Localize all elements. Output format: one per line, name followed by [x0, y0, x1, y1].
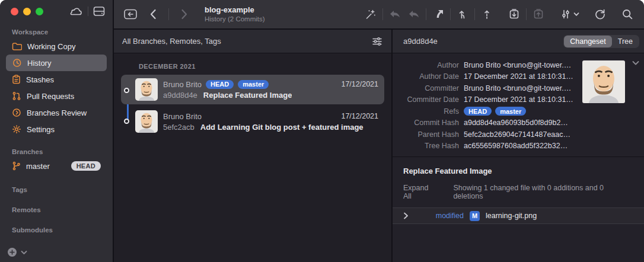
commit-hash-value: a9dd8d4ea96093b5d0f8d9b2… — [464, 119, 568, 127]
commit-author: Bruno Brito — [163, 80, 202, 89]
sidebar-item-label: History — [27, 59, 51, 68]
master-ref-badge: master — [495, 107, 526, 116]
commit-message-title: Replace Featured Image — [393, 157, 644, 180]
sidebar-item-label: Settings — [27, 125, 55, 134]
chevron-down-icon[interactable] — [21, 250, 27, 255]
commit-message: Replace Featured Image — [203, 91, 292, 100]
tags-section-label[interactable]: Tags — [6, 174, 107, 196]
tree-tab[interactable]: Tree — [612, 36, 639, 47]
minimize-window-button[interactable] — [23, 8, 31, 15]
folder-icon — [12, 42, 22, 51]
commit-group-label: DECEMBER 2021 — [139, 63, 391, 70]
toolbar-divider — [168, 8, 169, 20]
parent-hash-value: 5efc2acb26904c7141487eaac… — [464, 130, 570, 139]
cloud-services-icon[interactable] — [69, 6, 84, 17]
services-dropdown-icon[interactable] — [557, 7, 581, 22]
commit-date: 17/12/2021 — [341, 112, 378, 120]
commit-row-5efc2acb[interactable]: Bruno Brito 17/12/2021 5efc2acb Add Lear… — [121, 107, 384, 136]
remotes-section-label[interactable]: Remotes — [6, 196, 107, 216]
commit-metadata: Author Bruno Brito <bruno@git-tower.… Au… — [393, 53, 644, 156]
head-badge: HEAD — [71, 161, 101, 171]
repository-icon[interactable] — [122, 7, 139, 22]
repo-title: blog-example — [205, 5, 265, 15]
expand-all-button[interactable]: Expand All — [403, 184, 438, 200]
main-area: blog-example History (2 Commits) — [114, 0, 644, 262]
forward-button[interactable] — [176, 7, 193, 22]
git-branch-icon — [12, 161, 21, 171]
collapse-details-chevron-icon[interactable] — [632, 60, 639, 66]
field-label: Author — [393, 61, 459, 69]
zoom-window-button[interactable] — [36, 8, 43, 15]
branch-filter-bar[interactable]: All Branches, Remotes, Tags — [114, 30, 391, 53]
file-name: learning-git.png — [486, 212, 537, 220]
avatar — [582, 60, 625, 103]
titlebar — [0, 0, 113, 23]
sidebar-item-branch-master[interactable]: master HEAD — [6, 158, 107, 174]
stash-save-icon[interactable] — [506, 7, 522, 22]
head-ref-badge: HEAD — [206, 80, 234, 89]
head-ref-badge: HEAD — [464, 107, 492, 116]
add-button[interactable] — [7, 247, 17, 257]
tree-hash-value: ac65565987608add5f322b32… — [464, 142, 568, 150]
pull-request-icon — [12, 91, 21, 101]
refresh-icon[interactable] — [592, 7, 608, 22]
field-label: Author Date — [393, 72, 459, 81]
field-label: Tree Hash — [393, 142, 459, 150]
commit-message: Add Learning Git blog post + featured im… — [200, 123, 364, 132]
sidebar-item-label: Working Copy — [27, 42, 75, 51]
changeset-tab[interactable]: Changeset — [564, 36, 611, 47]
push-icon[interactable] — [479, 7, 495, 22]
sidebar: Workspace Working Copy History — [0, 0, 114, 262]
master-ref-badge: master — [238, 80, 269, 89]
undo-icon[interactable] — [387, 7, 403, 22]
workspace-section-label: Workspace — [6, 23, 107, 38]
branches-review-icon — [12, 108, 21, 117]
toolbar-divider — [426, 8, 426, 20]
view-toggle: Changeset Tree — [563, 35, 639, 48]
close-window-button[interactable] — [11, 8, 18, 15]
submodules-section-label[interactable]: Submodules — [6, 216, 107, 236]
field-label: Committer Date — [393, 95, 459, 104]
commit-short-hash: a9dd8d4e — [163, 91, 197, 100]
field-label: Commit Hash — [393, 119, 459, 127]
modified-badge: M — [470, 211, 480, 221]
details-commit-hash: a9dd8d4e — [403, 37, 438, 46]
sidebar-item-branches-review[interactable]: Branches Review — [6, 104, 107, 121]
redo-icon[interactable] — [406, 7, 422, 22]
field-label: Refs — [393, 107, 459, 116]
clipboard-icon — [12, 75, 21, 84]
field-label: Parent Hash — [393, 130, 459, 139]
commit-date: 17/12/2021 — [341, 80, 378, 88]
committer-value: Bruno Brito <bruno@git-tower.… — [464, 84, 571, 92]
filter-sliders-icon[interactable] — [371, 36, 383, 47]
search-icon[interactable] — [619, 7, 636, 22]
quick-actions-icon[interactable] — [362, 7, 379, 22]
field-label: Committer — [393, 84, 459, 92]
expand-file-chevron-icon[interactable] — [403, 212, 427, 219]
commit-graph-node — [124, 88, 129, 93]
commit-row-a9dd8d4e[interactable]: Bruno Brito HEAD master 17/12/2021 a9dd8… — [121, 75, 384, 104]
toolbar-divider — [450, 8, 451, 20]
sidebar-item-working-copy[interactable]: Working Copy — [6, 38, 107, 55]
sidebar-item-settings[interactable]: Settings — [6, 121, 107, 138]
toolbar-divider — [382, 8, 383, 20]
pull-icon[interactable] — [454, 7, 471, 22]
merge-icon[interactable] — [430, 7, 447, 22]
vaults-icon[interactable] — [93, 6, 106, 17]
repo-subtitle: History (2 Commits) — [205, 15, 265, 23]
history-clock-icon — [12, 58, 22, 68]
commit-list: DECEMBER 2021 — [114, 53, 391, 262]
sidebar-item-history[interactable]: History — [6, 55, 107, 71]
stash-apply-icon[interactable] — [530, 7, 547, 22]
avatar — [135, 110, 158, 133]
traffic-lights — [11, 8, 43, 15]
changed-file-row[interactable]: modified M learning-git.png — [393, 207, 644, 224]
commit-list-pane: All Branches, Remotes, Tags DECEMBER 202… — [114, 30, 393, 262]
sidebar-item-stashes[interactable]: Stashes — [6, 71, 107, 88]
file-status-label: modified — [433, 212, 464, 220]
back-button[interactable] — [145, 7, 161, 22]
sidebar-item-label: Stashes — [26, 75, 54, 84]
gear-icon — [12, 124, 21, 134]
app-window: Workspace Working Copy History — [0, 0, 644, 262]
sidebar-item-pull-requests[interactable]: Pull Requests — [6, 88, 107, 104]
